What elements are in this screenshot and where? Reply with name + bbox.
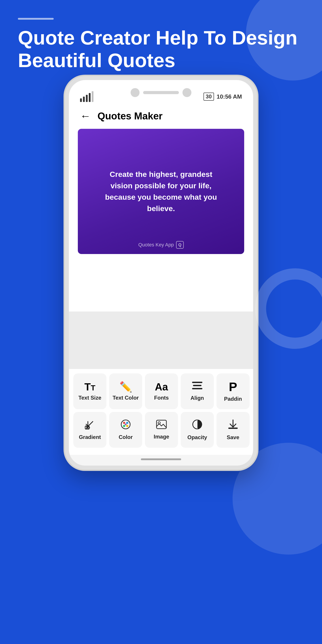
phone-screen: 30 10:56 AM ← Quotes Maker Create the hi… xyxy=(69,80,253,466)
svg-point-8 xyxy=(126,425,128,427)
svg-rect-10 xyxy=(156,420,166,429)
tools-section: TT Text Size ✏️ Text Color Aa Fonts xyxy=(69,369,253,455)
header-section: Quote Creator Help To Design Beautiful Q… xyxy=(18,18,304,72)
tools-row-2: Gradient xyxy=(73,412,249,448)
home-indicator xyxy=(69,455,253,466)
quote-canvas[interactable]: Create the highest, grandest vision poss… xyxy=(78,129,244,254)
tool-gradient[interactable]: Gradient xyxy=(73,412,106,448)
header-line xyxy=(18,18,54,20)
watermark-icon: Q xyxy=(176,241,184,249)
signal-bars xyxy=(80,91,94,102)
tool-save-label: Save xyxy=(227,434,239,440)
svg-point-6 xyxy=(126,422,128,424)
tool-align-label: Align xyxy=(190,395,204,401)
tool-align[interactable]: Align xyxy=(181,374,214,409)
app-title: Quotes Maker xyxy=(98,110,162,122)
tool-color-label: Color xyxy=(119,434,133,440)
phone-camera-area xyxy=(130,88,192,97)
tool-image[interactable]: Image xyxy=(145,412,178,448)
canvas-spacer xyxy=(69,254,253,312)
tool-fonts[interactable]: Aa Fonts xyxy=(145,374,178,409)
battery-level: 30 xyxy=(204,92,214,100)
align-icon xyxy=(192,382,202,392)
signal-bar-1 xyxy=(80,98,82,102)
grey-area xyxy=(69,312,253,369)
svg-rect-2 xyxy=(192,388,202,389)
gradient-icon xyxy=(85,419,95,431)
status-time: 10:56 AM xyxy=(217,93,242,100)
signal-bar-4 xyxy=(89,93,90,102)
camera-left xyxy=(130,88,140,97)
back-button[interactable]: ← xyxy=(80,110,91,122)
speaker-bar xyxy=(143,91,179,94)
text-size-icon: TT xyxy=(84,382,96,392)
tool-fonts-label: Fonts xyxy=(154,395,168,401)
svg-point-7 xyxy=(123,425,125,427)
svg-rect-0 xyxy=(192,382,202,383)
image-icon xyxy=(156,420,167,431)
signal-bar-2 xyxy=(83,96,85,102)
tool-color[interactable]: Color xyxy=(109,412,142,448)
status-right: 30 10:56 AM xyxy=(204,92,242,100)
tool-save[interactable]: Save xyxy=(216,412,250,448)
phone-wrapper: 30 10:56 AM ← Quotes Maker Create the hi… xyxy=(65,76,257,470)
signal-bar-3 xyxy=(86,95,88,102)
text-color-icon: ✏️ xyxy=(120,382,132,392)
signal-bar-5 xyxy=(92,91,94,102)
tool-gradient-label: Gradient xyxy=(79,434,101,440)
svg-point-9 xyxy=(125,424,126,425)
color-icon xyxy=(120,419,131,431)
quote-canvas-wrapper: Create the highest, grandest vision poss… xyxy=(69,129,253,254)
phone-body: 30 10:56 AM ← Quotes Maker Create the hi… xyxy=(65,76,257,470)
fonts-icon: Aa xyxy=(155,382,168,392)
camera-right xyxy=(182,88,192,97)
quote-text: Create the highest, grandest vision poss… xyxy=(98,168,224,214)
opacity-icon xyxy=(192,419,202,432)
tool-padding-label: Paddin xyxy=(224,396,242,402)
home-bar xyxy=(141,458,181,460)
padding-icon: P xyxy=(229,380,237,393)
watermark-text: Quotes Key App xyxy=(138,242,174,248)
tool-padding[interactable]: P Paddin xyxy=(216,374,250,409)
app-header: ← Quotes Maker xyxy=(69,105,253,129)
header-title: Quote Creator Help To Design Beautiful Q… xyxy=(18,26,304,72)
tool-opacity-label: Opacity xyxy=(188,434,207,440)
svg-rect-1 xyxy=(193,385,202,386)
svg-rect-17 xyxy=(228,428,238,429)
tool-image-label: Image xyxy=(154,434,169,440)
tool-text-size[interactable]: TT Text Size xyxy=(73,374,106,409)
tool-text-color-label: Text Color xyxy=(113,395,139,401)
tool-text-color[interactable]: ✏️ Text Color xyxy=(109,374,142,409)
tools-row-1: TT Text Size ✏️ Text Color Aa Fonts xyxy=(73,374,249,409)
tool-opacity[interactable]: Opacity xyxy=(181,412,214,448)
bg-circle-right xyxy=(255,268,322,349)
save-icon xyxy=(228,419,238,432)
quote-watermark: Quotes Key App Q xyxy=(138,241,184,249)
tool-text-size-label: Text Size xyxy=(78,395,101,401)
svg-point-5 xyxy=(123,422,125,424)
